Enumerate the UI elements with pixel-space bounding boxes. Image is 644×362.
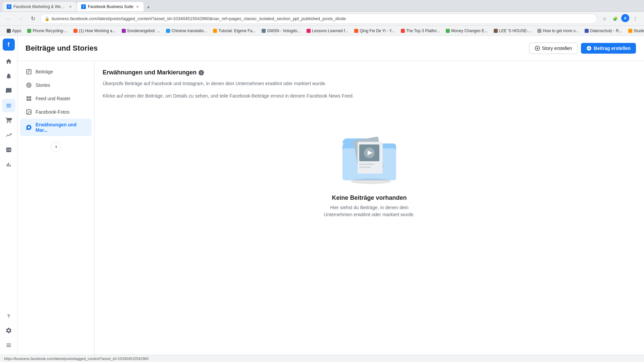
bookmark-label-5: Tutorial: Eigene Fa... [218,28,256,33]
sidebar-icon-analytics[interactable] [2,158,15,171]
svg-rect-13 [359,164,374,165]
bookmark-apps[interactable]: Apps [4,27,24,34]
bookmark-favicon-7 [307,29,311,33]
story-button-label: Story erstellen [542,46,572,51]
sidebar-icon-home[interactable] [2,55,15,68]
post-button-label: Beitrag erstellen [594,46,631,51]
bookmark-4[interactable]: Chinese translatio... [163,27,210,34]
star-icon[interactable]: ☆ [600,14,609,23]
folder-illustration [336,125,403,185]
bookmark-label-12: How to get more v... [543,28,578,33]
sidebar-icon-stats[interactable] [2,128,15,142]
svg-point-5 [28,111,28,111]
browser-tab-1[interactable]: f Facebook Marketing & Werbe... ✕ [3,2,76,11]
beitraege-icon [25,68,32,75]
svg-rect-14 [359,167,371,168]
bookmark-label-10: Money Changes E... [451,28,488,33]
bookmark-label-6: GMSN - Vologds... [267,28,300,33]
tab-title-1: Facebook Marketing & Werbe... [13,4,66,9]
post-create-button[interactable]: Beitrag erstellen [581,43,636,54]
svg-point-2 [26,83,31,87]
extension-icon[interactable]: 🧩 [610,14,620,23]
side-nav: Beiträge Stories Feed und Raster [17,61,95,355]
browser-tab-2[interactable]: f Facebook Business Suite ✕ [77,2,144,11]
collapse-button[interactable] [51,141,61,152]
nav-item-beitraege[interactable]: Beiträge [20,65,92,78]
empty-desc: Hier siehst du Beiträge, in denen dein U… [319,204,420,218]
sidebar-logo[interactable]: f [3,39,15,51]
lock-icon: 🔒 [45,16,50,21]
sidebar-icons: f ? [0,36,17,355]
forward-button[interactable]: → [16,14,25,23]
bookmark-7[interactable]: Lessons Learned f... [304,27,351,34]
bookmark-favicon-12 [537,29,541,33]
bookmark-12[interactable]: How to get more v... [535,27,581,34]
bookmark-14[interactable]: Student Wants an... [626,27,644,34]
nav-label-stories: Stories [36,82,50,88]
bookmark-6[interactable]: GMSN - Vologds... [259,27,303,34]
nav-item-erwahnungen[interactable]: Erwähnungen und Mar... [20,119,92,136]
bookmark-label-11: LEE 'S HOUSE-... [499,28,531,33]
address-bar[interactable]: 🔒 business.facebook.com/latest/posts/tag… [40,14,597,24]
sidebar-icon-shop[interactable] [2,114,15,127]
tab-close-1[interactable]: ✕ [68,4,72,10]
tab-title-2: Facebook Business Suite [88,4,133,9]
toolbar-icons: ☆ 🧩 A ⋮ [600,14,640,23]
tab-close-2[interactable]: ✕ [135,4,140,10]
status-url: https://business.facebook.com/latest/pos… [4,357,149,361]
bookmark-9[interactable]: The Top 3 Platfor... [398,27,443,34]
info-icon[interactable]: i [199,70,204,75]
bookmark-favicon-1 [27,29,31,33]
page-title: Beiträge und Stories [25,44,98,53]
browser-chrome: f Facebook Marketing & Werbe... ✕ f Face… [0,0,644,12]
bookmark-1[interactable]: Phone Recycling-... [24,27,70,34]
bookmark-2[interactable]: (1) How Working a... [71,27,118,34]
bookmark-label-13: Datenschutz - R... [590,28,622,33]
browser-toolbar: ← → ↻ 🔒 business.facebook.com/latest/pos… [0,12,644,26]
address-text: business.facebook.com/latest/posts/tagge… [52,16,593,21]
bookmark-label-3: Sonderangebot: ... [127,28,160,33]
bookmark-favicon-apps [7,29,11,33]
bookmark-13[interactable]: Datenschutz - R... [582,27,625,34]
erwahnungen-icon [25,124,32,131]
sidebar-icon-help[interactable]: ? [2,309,15,322]
empty-state: Keine Beiträge vorhanden Hier siehst du … [103,105,636,238]
content-panel: Erwähnungen und Markierungen i Überprüfe… [95,61,644,355]
status-bar: https://business.facebook.com/latest/pos… [0,355,644,362]
bookmark-favicon-4 [166,29,170,33]
collapse-section [17,136,94,158]
bookmark-favicon-3 [122,29,126,33]
bookmark-favicon-8 [354,29,358,33]
nav-label-beitraege: Beiträge [36,69,53,74]
back-button[interactable]: ← [4,14,13,23]
sidebar-icon-messages[interactable] [2,84,15,98]
stories-icon [25,82,32,88]
nav-item-fotos[interactable]: Facebook-Fotos [20,105,92,119]
sidebar-icon-notifications[interactable] [2,69,15,83]
bookmark-label-1: Phone Recycling-... [33,28,67,33]
bookmark-8[interactable]: Qing Fei De Yi - Y... [352,27,397,34]
sidebar-icon-settings[interactable] [2,324,15,337]
profile-icon[interactable]: A [621,14,629,22]
menu-dots-icon[interactable]: ⋮ [631,14,640,23]
bookmark-favicon-10 [446,29,450,33]
bookmark-label-4: Chinese translatio... [171,28,207,33]
bookmark-3[interactable]: Sonderangebot: ... [119,27,163,34]
sidebar-icon-ads[interactable] [2,143,15,157]
section-desc-line2: Klicke auf einen der Beiträge, um Detail… [103,93,636,100]
sidebar-icon-more[interactable] [2,339,15,352]
bookmark-11[interactable]: LEE 'S HOUSE-... [491,27,534,34]
fotos-icon [25,109,32,115]
new-tab-button[interactable]: + [144,3,152,11]
section-title: Erwähnungen und Markierungen i [103,69,636,76]
nav-item-feed[interactable]: Feed und Raster [20,92,92,105]
bookmark-favicon-13 [585,29,589,33]
nav-label-erwahnungen: Erwähnungen und Mar... [36,122,86,133]
sidebar-icon-posts[interactable] [2,99,15,112]
story-create-button[interactable]: Story erstellen [529,43,578,54]
reload-button[interactable]: ↻ [28,14,38,23]
bookmark-5[interactable]: Tutorial: Eigene Fa... [210,27,258,34]
nav-item-stories[interactable]: Stories [20,78,92,92]
bookmark-10[interactable]: Money Changes E... [443,27,490,34]
bookmark-favicon-14 [628,29,632,33]
